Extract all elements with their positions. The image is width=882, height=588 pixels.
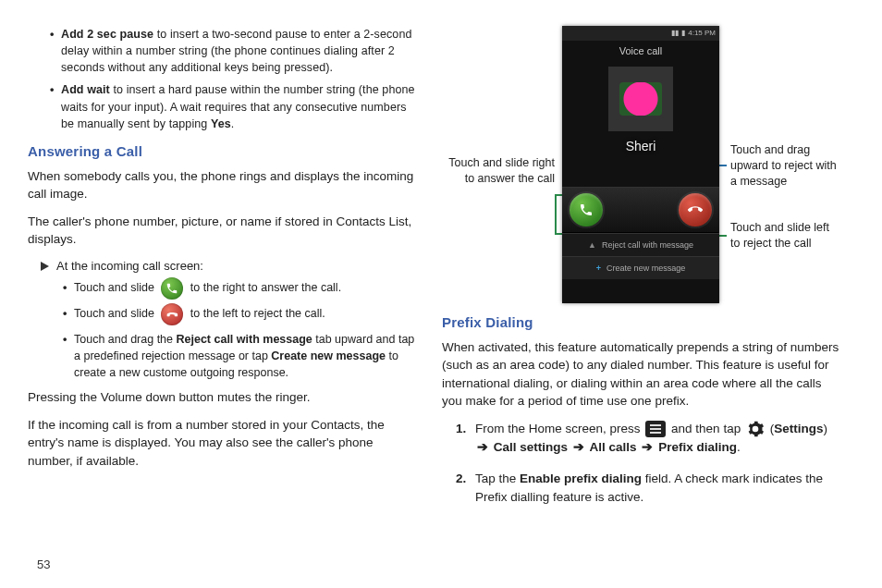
battery-icon: ▮ <box>681 28 685 39</box>
arrow-line: At the incoming call screen: <box>41 258 416 276</box>
s2-b: Enable prefix dialing <box>520 472 642 485</box>
bullet-lead: Add wait <box>61 83 110 96</box>
answer-button[interactable] <box>570 193 603 227</box>
bullet-lead: Add 2 sec pause <box>61 28 153 41</box>
answering-p2: The caller's phone number, picture, or n… <box>28 213 416 249</box>
sub-reject: Touch and slide to the left to reject th… <box>74 305 416 324</box>
leader-line <box>555 194 557 233</box>
sub-answer: Touch and slide to the right to answer t… <box>74 279 416 298</box>
step-1: From the Home screen, press and then tap… <box>470 420 839 457</box>
reject-bar-label: Reject call with message <box>602 239 693 251</box>
bullet-tail-bold: Yes <box>211 117 231 130</box>
bullet-tail-end: . <box>231 117 235 130</box>
prefix-p: When activated, this feature automatical… <box>442 338 839 410</box>
bullet-text: to insert a hard pause within the number… <box>61 83 415 129</box>
sub-bullet-list: Touch and slide to the right to answer t… <box>28 279 416 381</box>
bullet-add-2sec: Add 2 sec pause to insert a two-second p… <box>61 26 416 76</box>
prefix-steps: From the Home screen, press and then tap… <box>451 420 839 506</box>
answering-p1: When somebody calls you, the phone rings… <box>28 167 416 203</box>
callout-reject-msg: Touch and drag upward to reject with a m… <box>730 142 841 190</box>
status-bar: ▮▮ ▮ 4:15 PM <box>562 26 719 41</box>
callout-answer: Touch and slide right to answer the call <box>444 155 555 187</box>
status-time: 4:15 PM <box>688 28 716 39</box>
s1-callsettings: Call settings <box>494 440 568 454</box>
create-new-message-bar[interactable]: + Create new message <box>562 256 719 279</box>
s1-settings: Settings <box>774 422 823 435</box>
phone-mockup: ▮▮ ▮ 4:15 PM Voice call Sheri ▲ Reject c… <box>562 26 719 303</box>
call-action-row <box>562 187 719 233</box>
sub-pre: Touch and slide <box>74 281 157 294</box>
sub-reject-msg: Touch and drag the Reject call with mess… <box>74 331 416 381</box>
caller-name: Sheri <box>562 137 719 163</box>
sub-b2: Create new message <box>271 349 386 362</box>
step-2: Tap the Enable prefix dialing field. A c… <box>470 470 839 506</box>
bullet-add-wait: Add wait to insert a hard pause within t… <box>61 81 416 131</box>
arrow-icon: ➔ <box>642 440 653 454</box>
create-bar-label: Create new message <box>606 263 685 275</box>
page-number: 53 <box>37 557 50 571</box>
top-bullet-list: Add 2 sec pause to insert a two-second p… <box>28 26 416 132</box>
reject-with-message-bar[interactable]: ▲ Reject call with message <box>562 233 719 256</box>
s1-prefix: Prefix dialing <box>658 440 737 454</box>
gear-icon <box>746 420 765 438</box>
signal-icon: ▮▮ <box>671 28 679 39</box>
s1-b: and then tap <box>671 422 744 435</box>
heading-answering: Answering a Call <box>28 141 416 162</box>
callout-reject: Touch and slide left to reject the call <box>730 220 841 251</box>
sub-pre: Touch and drag the <box>74 333 177 346</box>
sub-post: to the left to reject the call. <box>190 307 325 320</box>
triangle-icon <box>41 262 49 271</box>
sub-post: to the right to answer the call. <box>190 281 341 294</box>
arrow-text: At the incoming call screen: <box>56 259 203 273</box>
s1-allcalls: All calls <box>590 440 637 454</box>
plus-icon: + <box>596 263 601 275</box>
heading-prefix: Prefix Dialing <box>442 312 839 333</box>
sub-pre: Touch and slide <box>74 307 157 320</box>
answering-p4: If the incoming call is from a number st… <box>28 416 416 471</box>
voice-call-label: Voice call <box>562 41 719 63</box>
answer-icon <box>161 277 183 300</box>
chevron-up-icon: ▲ <box>588 239 596 251</box>
incoming-call-figure: Touch and slide right to answer the call… <box>442 26 839 303</box>
arrow-icon: ➔ <box>573 440 584 454</box>
answering-p3: Pressing the Volume down button mutes th… <box>28 388 416 407</box>
caller-picture <box>608 67 673 131</box>
s1-a: From the Home screen, press <box>475 422 643 435</box>
arrow-icon: ➔ <box>477 440 488 454</box>
sub-b1: Reject call with message <box>177 333 312 346</box>
flower-image <box>619 82 662 116</box>
reject-icon <box>161 303 183 325</box>
menu-key-icon <box>645 421 666 437</box>
s2-a: Tap the <box>475 472 520 485</box>
reject-button[interactable] <box>679 193 712 227</box>
